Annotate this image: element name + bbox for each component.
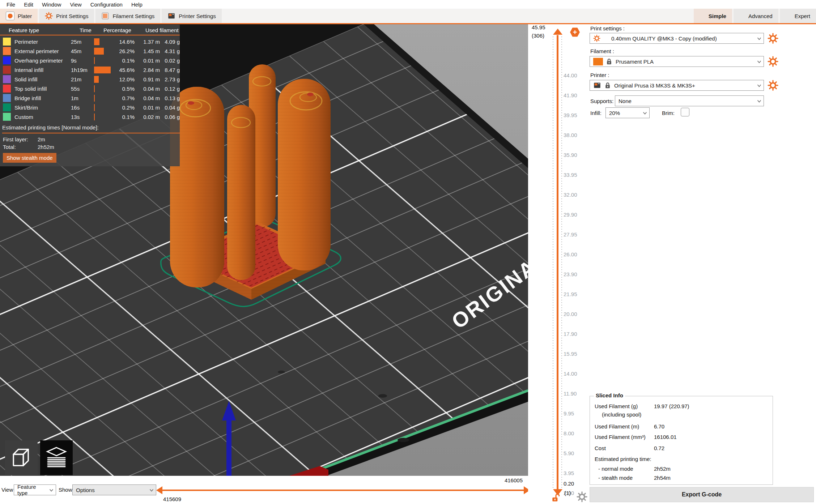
gcode-legend: Feature type Time Percentage Used filame… — [0, 25, 180, 166]
expert-hexagon-icon — [786, 13, 791, 19]
menu-bar: File Edit Window View Configuration Help — [0, 0, 816, 9]
print-settings-value: 0.40mm QUALITY @MK3 - Copy (modified) — [611, 35, 717, 42]
tab-plater[interactable]: Plater — [0, 9, 38, 23]
feature-percentage: 0.1% — [95, 114, 135, 120]
feature-name: Internal infill — [14, 67, 71, 73]
chevron-down-icon — [49, 488, 54, 493]
show-combo[interactable]: Options — [72, 484, 156, 495]
feature-weight: 0.04 g — [160, 104, 180, 111]
feature-time: 21m — [71, 76, 94, 82]
feature-color-swatch — [3, 56, 11, 64]
feature-time: 25m — [71, 39, 94, 45]
unlock-icon[interactable] — [551, 493, 561, 502]
layer-height-tick: 15.95 — [564, 344, 587, 364]
feature-percentage: 0.2% — [95, 104, 135, 111]
hslider-left-handle[interactable] — [156, 486, 162, 494]
feature-length: 0.91 m — [135, 76, 160, 82]
tab-print-settings-label: Print Settings — [56, 13, 88, 19]
legend-row: Perimeter 25m 14.6% 1.37 m 4.09 g — [0, 37, 180, 46]
plater-icon — [6, 12, 14, 20]
legend-row: Internal infill 1h19m 45.6% 2.84 m 8.47 … — [0, 65, 180, 74]
feature-weight: 8.47 g — [160, 67, 180, 73]
layer-height-tick: 32.00 — [564, 185, 587, 205]
feature-weight: 2.73 g — [160, 76, 180, 82]
layer-height-tick: 26.00 — [564, 244, 587, 264]
print-settings-gear-button[interactable] — [768, 33, 778, 44]
show-label: Show — [59, 487, 72, 493]
menu-help[interactable]: Help — [127, 1, 147, 8]
legend-header: Feature type Time Percentage Used filame… — [0, 25, 180, 35]
infill-combo[interactable]: 20% — [605, 107, 650, 118]
menu-window[interactable]: Window — [38, 1, 65, 8]
feature-time: 1h19m — [71, 67, 94, 73]
mode-advanced[interactable]: Advanced — [734, 9, 778, 23]
feature-weight: 0.13 g — [160, 95, 180, 101]
printer-icon — [167, 12, 175, 20]
supports-label: Supports: — [590, 98, 613, 104]
view-combo[interactable]: Feature type — [14, 484, 56, 495]
filament-combo[interactable]: Prusament PLA — [590, 56, 764, 67]
feature-time: 16s — [71, 104, 94, 111]
printer-value: Original Prusa i3 MK3S & MK3S+ — [614, 82, 695, 89]
show-stealth-mode-button[interactable]: Show stealth mode — [3, 153, 56, 163]
cost-value: 0.72 — [654, 445, 664, 451]
feature-color-swatch — [3, 103, 11, 111]
used-filament-m-value: 6.70 — [654, 423, 664, 430]
printer-label: Printer : — [590, 72, 609, 78]
vslider-top-value: 45.95 — [532, 24, 545, 30]
menu-configuration[interactable]: Configuration — [86, 1, 127, 8]
vslider-tick-labels: 44.0041.9039.9538.0035.9033.9532.0029.90… — [564, 65, 587, 503]
view-mode-buttons — [5, 440, 73, 475]
printer-gear-button[interactable] — [768, 80, 778, 91]
vslider-top-layer: (306) — [532, 33, 544, 39]
tab-print-settings[interactable]: Print Settings — [39, 9, 94, 23]
brim-checkbox[interactable] — [681, 108, 689, 116]
feature-length: 0.01 m — [135, 104, 160, 111]
hslider-track[interactable] — [162, 490, 524, 491]
menu-edit[interactable]: Edit — [20, 1, 38, 8]
printed-object[interactable] — [170, 64, 331, 300]
export-gcode-button[interactable]: Export G-code — [590, 487, 814, 502]
add-color-change-button[interactable]: + — [570, 27, 580, 37]
feature-weight: 0.12 g — [160, 86, 180, 92]
slider-settings-gear-icon[interactable] — [577, 491, 587, 502]
filament-gear-button[interactable] — [768, 56, 778, 67]
mode-simple[interactable]: Simple — [694, 9, 732, 23]
printer-combo[interactable]: Original Prusa i3 MK3S & MK3S+ — [590, 80, 764, 91]
menu-file[interactable]: File — [2, 1, 20, 8]
total-value: 2h52m — [38, 144, 180, 150]
feature-time: 45m — [71, 48, 94, 54]
layer-height-tick: 23.90 — [564, 264, 587, 284]
feature-percentage: 12.0% — [99, 76, 135, 82]
cost-label: Cost — [595, 445, 606, 451]
feature-name: Custom — [14, 114, 71, 120]
menu-view[interactable]: View — [65, 1, 86, 8]
normal-mode-label: - normal mode — [598, 466, 633, 472]
feature-color-swatch — [3, 113, 11, 121]
view-3d-editor-button[interactable] — [5, 440, 38, 475]
feature-color-swatch — [3, 75, 11, 83]
print-settings-combo[interactable]: 0.40mm QUALITY @MK3 - Copy (modified) — [590, 33, 764, 44]
supports-value: None — [619, 98, 632, 104]
tab-filament-settings[interactable]: Filament Settings — [95, 9, 160, 23]
feature-color-swatch — [3, 94, 11, 102]
feature-time: 9s — [71, 57, 94, 64]
including-spool-label: (including spool) — [602, 411, 641, 418]
filament-color-swatch — [593, 58, 603, 65]
supports-combo[interactable]: None — [615, 95, 764, 106]
percentage-bar — [94, 48, 104, 55]
tab-printer-settings[interactable]: Printer Settings — [162, 9, 222, 23]
legend-row: Skirt/Brim 16s 0.2% 0.01 m 0.04 g — [0, 103, 180, 112]
mode-expert[interactable]: Expert — [780, 9, 816, 23]
hslider-right-value: 416005 — [485, 477, 523, 483]
sliced-info-title: Sliced Info — [594, 392, 625, 398]
chevron-down-icon — [757, 99, 762, 104]
feature-name: Skirt/Brim — [14, 104, 71, 111]
feature-name: Bridge infill — [14, 95, 71, 101]
vslider-top-handle[interactable] — [553, 29, 562, 35]
feature-weight: 0.06 g — [160, 114, 180, 120]
advanced-hexagon-icon — [739, 13, 745, 19]
layer-height-tick: 9.95 — [564, 403, 587, 423]
vslider-track[interactable] — [557, 35, 558, 489]
view-layers-preview-button[interactable] — [40, 440, 73, 475]
